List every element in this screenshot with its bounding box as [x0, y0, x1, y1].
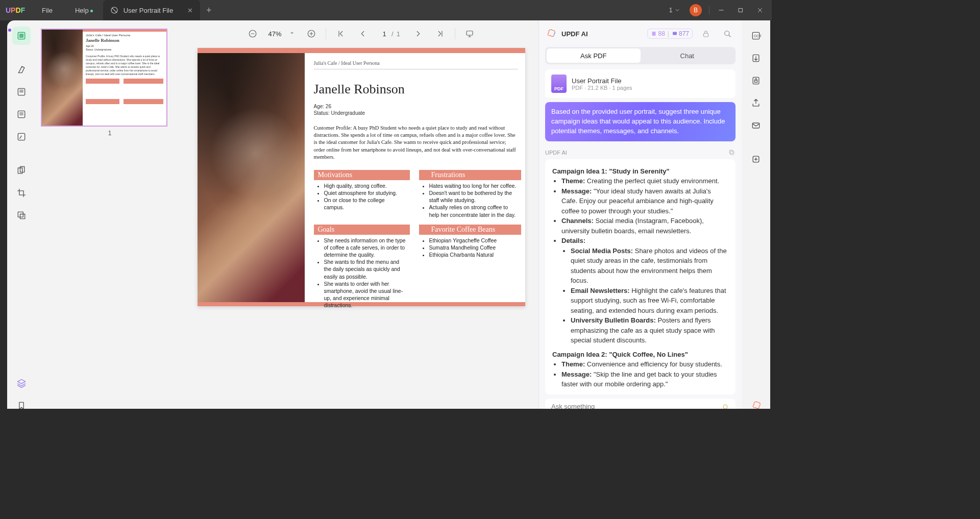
persona-age: Age: 26 [314, 103, 518, 110]
page-input[interactable] [379, 30, 390, 38]
tab-ask-pdf[interactable]: Ask PDF [547, 48, 641, 63]
lock-icon[interactable] [698, 26, 714, 42]
crop-tool[interactable] [12, 184, 31, 202]
layers-tool[interactable] [12, 374, 31, 392]
window-minimize-button[interactable] [713, 3, 730, 17]
zoom-value: 47% [268, 30, 281, 38]
credit-doc-icon [651, 31, 657, 37]
svg-rect-14 [652, 32, 656, 36]
thumbnails-tool[interactable] [12, 27, 31, 45]
document-tab[interactable]: User Portrait File ✕ [103, 0, 201, 20]
tab-title: User Portrait File [124, 7, 174, 14]
title-bar: UPDF File Help User Portrait File ✕ + 1 … [0, 0, 772, 20]
app-logo: UPDF [0, 6, 31, 14]
menu-file[interactable]: File [31, 7, 64, 14]
persona-subhead: Julia's Cafe / Ideal User Persona [314, 60, 518, 66]
redact-tool[interactable] [12, 206, 31, 225]
prev-page-button[interactable] [354, 26, 370, 42]
goals-list: She needs information on the type of cof… [314, 235, 410, 312]
compress-tool[interactable] [747, 150, 765, 168]
svg-rect-1 [739, 9, 743, 12]
persona-photo-thumb [42, 30, 83, 127]
persona-name: Janelle Robinson [314, 82, 518, 97]
updf-ai-logo-icon [545, 28, 556, 39]
left-toolbar [7, 20, 36, 409]
menu-help[interactable]: Help [64, 7, 100, 14]
copy-response-icon[interactable] [728, 149, 736, 157]
ai-credits[interactable]: 88 | 877 [647, 29, 693, 39]
thumbnail-page-number: 1 [41, 130, 179, 137]
zoom-dropdown[interactable] [289, 29, 298, 38]
zoom-in-button[interactable] [303, 26, 320, 42]
ocr-tool[interactable]: OCR [747, 27, 765, 45]
persona-status: Status: Undergraduate [314, 110, 518, 116]
form-tool[interactable] [12, 128, 31, 146]
share-tool[interactable] [747, 94, 765, 112]
svg-rect-5 [18, 111, 24, 117]
next-page-button[interactable] [411, 26, 427, 42]
svg-rect-16 [704, 33, 708, 37]
persona-photo [198, 53, 305, 302]
ai-tabs: Ask PDF Chat [545, 47, 736, 64]
unsaved-icon [110, 6, 118, 14]
motivations-list: High quality, strong coffee.Quiet atmosp… [314, 180, 410, 214]
suggestion-icon[interactable] [721, 404, 729, 409]
file-details: PDF · 21.2 KB · 1 pages [572, 85, 632, 91]
persona-profile: Customer Profile: A busy PhD Student who… [314, 125, 518, 161]
svg-rect-9 [18, 212, 23, 217]
page-thumbnail[interactable]: Julia's Cafe / Ideal User Persona Janell… [41, 29, 167, 127]
tab-chat[interactable]: Chat [641, 48, 734, 63]
email-tool[interactable] [747, 116, 765, 135]
file-name: User Portrait File [572, 77, 632, 85]
beans-heading: Favorite Coffee Beans [419, 225, 521, 235]
last-page-button[interactable] [432, 26, 449, 42]
close-tab-icon[interactable]: ✕ [187, 7, 193, 14]
svg-rect-18 [730, 151, 734, 155]
ai-panel: UPDF AI 88 | 877 Ask PDF Chat PDF User P… [538, 20, 742, 409]
highlight-tool[interactable] [12, 60, 31, 79]
pdf-page: Julia's Cafe / Ideal User Persona Janell… [198, 48, 525, 306]
right-toolbar: OCR [742, 20, 770, 409]
new-tab-button[interactable]: + [200, 5, 217, 16]
goals-heading: Goals [314, 225, 410, 235]
frustrations-list: Hates waiting too long for her coffee.Do… [419, 180, 521, 221]
svg-rect-19 [729, 150, 733, 154]
separator [709, 6, 709, 15]
svg-rect-3 [19, 34, 23, 38]
svg-rect-15 [673, 32, 677, 35]
ai-panel-title: UPDF AI [561, 30, 642, 38]
svg-text:OCR: OCR [754, 34, 761, 38]
chevron-down-icon [674, 7, 680, 13]
document-viewport[interactable]: Julia's Cafe / Ideal User Persona Janell… [184, 47, 538, 409]
edit-text-tool[interactable] [12, 83, 31, 101]
frustrations-heading: Frustrations [419, 170, 521, 180]
motivations-heading: Motivations [314, 170, 410, 180]
protect-tool[interactable] [747, 71, 765, 90]
thumbnail-pane: Julia's Cafe / Ideal User Persona Janell… [36, 20, 184, 409]
credit-chat-icon [672, 31, 678, 37]
svg-point-17 [725, 31, 729, 36]
convert-tool[interactable] [747, 49, 765, 67]
window-close-button[interactable] [751, 3, 769, 17]
window-maximize-button[interactable] [732, 3, 749, 17]
svg-rect-10 [20, 214, 25, 219]
ai-prompt-input[interactable] [551, 403, 729, 409]
window-page-indicator[interactable]: 1 [666, 3, 683, 17]
search-icon[interactable] [719, 26, 736, 42]
bookmark-tool[interactable] [12, 397, 31, 409]
zoom-out-button[interactable] [244, 26, 261, 42]
ai-toggle-button[interactable] [747, 397, 765, 409]
organize-pages-tool[interactable] [12, 161, 31, 180]
ai-input-box[interactable] [545, 399, 736, 409]
presentation-button[interactable] [461, 26, 478, 42]
reading-tool[interactable] [12, 105, 31, 123]
user-avatar[interactable]: B [690, 4, 702, 16]
document-toolbar: 47% /1 [184, 20, 538, 47]
svg-rect-6 [18, 133, 24, 140]
first-page-button[interactable] [332, 26, 349, 42]
svg-rect-13 [467, 31, 473, 35]
ai-response[interactable]: Campaign Idea 1: "Study in Serenity" The… [545, 159, 736, 394]
page-number-field[interactable]: /1 [375, 30, 406, 38]
response-source: UPDF AI [545, 150, 567, 156]
attached-file-card[interactable]: PDF User Portrait File PDF · 21.2 KB · 1… [545, 69, 736, 98]
